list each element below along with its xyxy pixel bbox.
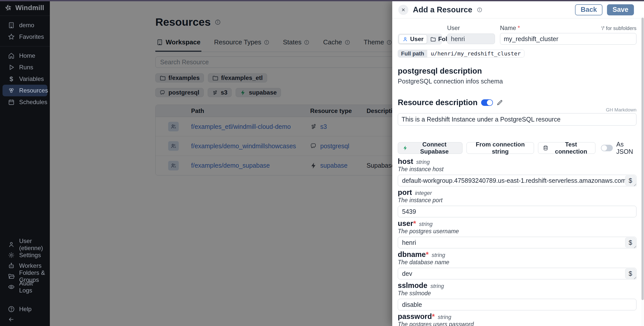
- sidebar-item-label: Audit Logs: [19, 280, 47, 294]
- schema-field-user: user*string The postgres username $: [398, 219, 636, 248]
- sidebar-item-settings[interactable]: Settings: [3, 250, 47, 260]
- field-type: string: [419, 221, 433, 227]
- field-type: string: [432, 252, 445, 258]
- sidebar: Windmill demo Favorites Home Runs $ Vari…: [0, 0, 50, 326]
- drawer-header: Add a Resource Back Save: [392, 1, 644, 18]
- port-input[interactable]: [398, 206, 636, 217]
- windmill-logo[interactable]: Windmill: [0, 0, 50, 16]
- sslmode-input[interactable]: [398, 299, 636, 310]
- field-type: string: [416, 159, 430, 165]
- sidebar-workspace-group: demo Favorites: [0, 16, 50, 46]
- field-name: password: [398, 312, 432, 321]
- as-json-toggle[interactable]: [601, 145, 613, 151]
- help-circle-icon: [8, 306, 15, 313]
- close-drawer-button[interactable]: [398, 5, 408, 15]
- field-name: dbname: [398, 250, 426, 259]
- owner-kind-segmented-control: User Folder: [398, 34, 442, 45]
- boxes-icon: [8, 87, 15, 94]
- field-type: string: [438, 314, 451, 320]
- connect-supabase-button[interactable]: Connect Supabase: [398, 142, 462, 154]
- sidebar-item-label: Favorites: [19, 33, 44, 40]
- field-description: The instance host: [398, 166, 636, 173]
- button-label: Test connection: [552, 141, 591, 155]
- resource-name-input[interactable]: [500, 33, 636, 45]
- field-description: The sslmode: [398, 290, 636, 297]
- resource-description-textarea[interactable]: This is a Redshift Instance under a Post…: [398, 113, 636, 126]
- sidebar-item-variables[interactable]: $ Variables: [3, 73, 47, 85]
- field-name: sslmode: [398, 281, 427, 290]
- drawer-scrollbar[interactable]: [641, 16, 644, 326]
- owner-name-grid: User Name* '/' for subfolders User Folde…: [398, 24, 636, 45]
- owner-user-input: [447, 34, 495, 44]
- required-asterisk: *: [432, 312, 435, 321]
- add-resource-drawer: Add a Resource Back Save User Name* '/' …: [392, 1, 644, 326]
- pencil-icon[interactable]: [496, 99, 503, 106]
- button-label: From connection string: [471, 141, 529, 155]
- save-button[interactable]: Save: [607, 4, 634, 15]
- sidebar-item-help[interactable]: Help: [3, 304, 47, 314]
- sidebar-item-label: Runs: [19, 64, 33, 71]
- drawer-body: User Name* '/' for subfolders User Folde…: [392, 18, 644, 326]
- back-button[interactable]: Back: [575, 4, 602, 15]
- connection-actions-row: Connect Supabase From connection string …: [398, 141, 636, 155]
- gear-icon: [8, 252, 15, 259]
- drawer-title: Add a Resource: [413, 5, 472, 14]
- user-icon: [8, 241, 15, 248]
- close-icon: [401, 7, 406, 12]
- resource-type-description: PostgreSQL connection infos schema: [398, 78, 636, 85]
- sidebar-item-label: Home: [19, 52, 35, 59]
- name-field-label: Name: [500, 24, 516, 32]
- field-type: string: [431, 283, 444, 289]
- sidebar-item-home[interactable]: Home: [3, 50, 47, 62]
- schema-field-password: password*string The postgres users passw…: [398, 312, 636, 326]
- folder-open-icon: [8, 273, 15, 280]
- calendar-icon: [8, 99, 15, 106]
- description-enabled-toggle[interactable]: [481, 99, 493, 106]
- sidebar-item-label: Help: [19, 306, 31, 313]
- sidebar-item-runs[interactable]: Runs: [3, 62, 47, 73]
- sidebar-item-audit-logs[interactable]: Audit Logs: [3, 282, 47, 292]
- folder-icon: [430, 36, 436, 42]
- sidebar-item-resources[interactable]: Resources: [3, 85, 47, 96]
- windmill-pinwheel-icon: [5, 4, 12, 12]
- dbname-input[interactable]: [398, 268, 636, 279]
- option-label: User: [410, 36, 423, 43]
- as-json-control: As JSON: [601, 141, 636, 155]
- host-input[interactable]: [398, 175, 636, 186]
- sidebar-bottom-group: User (etienne) Settings Workers Folders …: [0, 239, 50, 324]
- full-path-label: Full path: [398, 50, 427, 57]
- home-icon: [8, 52, 15, 59]
- owner-user-option[interactable]: User: [399, 35, 427, 44]
- resource-description-heading: Resource description: [398, 98, 478, 107]
- resource-description-header: Resource description: [398, 98, 636, 107]
- required-asterisk: *: [413, 219, 416, 228]
- sidebar-item-workspace-demo[interactable]: demo: [3, 19, 47, 31]
- sidebar-item-label: User (etienne): [19, 238, 47, 252]
- field-type: integer: [415, 190, 432, 196]
- sidebar-item-label: Variables: [19, 75, 44, 82]
- sidebar-collapse-button[interactable]: [3, 314, 47, 324]
- subfolder-hint: '/' for subfolders: [601, 25, 636, 31]
- markdown-hint: GH Markdown: [398, 107, 636, 113]
- eye-icon: [8, 283, 15, 290]
- sidebar-item-favorites[interactable]: Favorites: [3, 31, 47, 43]
- field-description: The postgres users password: [398, 321, 636, 326]
- sidebar-item-schedules[interactable]: Schedules: [3, 96, 47, 108]
- from-connection-string-button[interactable]: From connection string: [467, 142, 534, 154]
- field-description: The instance port: [398, 197, 636, 204]
- window-top-strip: [0, 0, 644, 1]
- required-asterisk: *: [518, 24, 520, 32]
- schema-field-port: portinteger The instance port: [398, 188, 636, 217]
- insert-variable-button[interactable]: $: [625, 175, 636, 186]
- test-connection-button[interactable]: Test connection: [538, 142, 595, 154]
- scrollbar-thumb[interactable]: [641, 18, 644, 300]
- sidebar-item-user[interactable]: User (etienne): [3, 239, 47, 250]
- sidebar-item-label: Resources: [19, 87, 48, 94]
- schema-field-dbname: dbname*string The database name $: [398, 250, 636, 279]
- star-icon: [8, 33, 15, 40]
- insert-variable-button[interactable]: $: [625, 238, 636, 248]
- info-icon[interactable]: [477, 7, 482, 13]
- insert-variable-button[interactable]: $: [625, 269, 636, 279]
- sidebar-item-label: Workers: [19, 262, 42, 269]
- user-input[interactable]: [398, 237, 636, 248]
